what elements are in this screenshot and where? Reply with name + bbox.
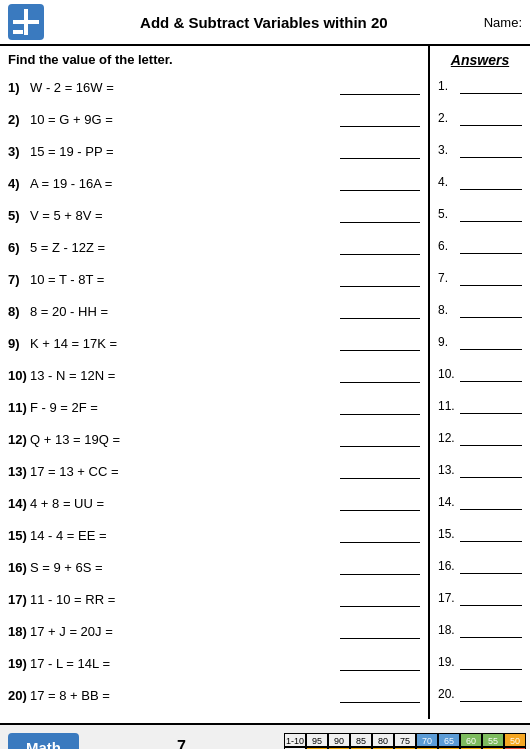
answer-line (460, 142, 522, 158)
problem-text: 4 + 8 = UU = (30, 496, 334, 511)
answer-blank (340, 303, 420, 319)
answer-item-number: 2. (438, 111, 460, 125)
problem-text: 10 = G + 9G = (30, 112, 334, 127)
problem-number: 4) (8, 176, 30, 191)
answer-line (460, 302, 522, 318)
page-number: 7 (79, 738, 284, 749)
score-cell: 65 (438, 733, 460, 747)
problem-text: F - 9 = 2F = (30, 400, 334, 415)
answer-blank (340, 143, 420, 159)
answer-row: 13. (438, 456, 522, 484)
answer-item-number: 13. (438, 463, 460, 477)
problem-text: 10 = T - 8T = (30, 272, 334, 287)
problem-number: 14) (8, 496, 30, 511)
answer-row: 7. (438, 264, 522, 292)
answer-item-number: 19. (438, 655, 460, 669)
answers-title: Answers (438, 52, 522, 68)
answer-row: 9. (438, 328, 522, 356)
problem-number: 3) (8, 144, 30, 159)
svg-rect-1 (24, 9, 28, 35)
problem-text: S = 9 + 6S = (30, 560, 334, 575)
answer-row: 14. (438, 488, 522, 516)
problem-number: 16) (8, 560, 30, 575)
answer-row: 10. (438, 360, 522, 388)
problem-number: 7) (8, 272, 30, 287)
header: Add & Subtract Variables within 20 Name: (0, 0, 530, 46)
problem-row: 19)17 - L = 14L = (8, 649, 420, 677)
problem-number: 20) (8, 688, 30, 703)
problem-row: 12)Q + 13 = 19Q = (8, 425, 420, 453)
problem-row: 20)17 = 8 + BB = (8, 681, 420, 709)
score-cell: 50 (504, 733, 526, 747)
problem-number: 2) (8, 112, 30, 127)
answer-row: 8. (438, 296, 522, 324)
answer-row: 15. (438, 520, 522, 548)
answer-line (460, 206, 522, 222)
problem-text: A = 19 - 16A = (30, 176, 334, 191)
answer-row: 18. (438, 616, 522, 644)
problem-row: 2)10 = G + 9G = (8, 105, 420, 133)
answer-item-number: 1. (438, 79, 460, 93)
problem-text: K + 14 = 17K = (30, 336, 334, 351)
problem-row: 3)15 = 19 - PP = (8, 137, 420, 165)
problem-row: 1)W - 2 = 16W = (8, 73, 420, 101)
answer-line (460, 334, 522, 350)
answer-blank (340, 111, 420, 127)
answer-line (460, 366, 522, 382)
answer-blank (340, 463, 420, 479)
problem-row: 6)5 = Z - 12Z = (8, 233, 420, 261)
answer-line (460, 526, 522, 542)
answers-container: 1.2.3.4.5.6.7.8.9.10.11.12.13.14.15.16.1… (438, 72, 522, 708)
answer-row: 5. (438, 200, 522, 228)
answer-item-number: 3. (438, 143, 460, 157)
answer-line (460, 590, 522, 606)
score-cell: 85 (350, 733, 372, 747)
problem-text: 17 = 13 + CC = (30, 464, 334, 479)
problem-row: 9)K + 14 = 17K = (8, 329, 420, 357)
problem-text: V = 5 + 8V = (30, 208, 334, 223)
answer-row: 20. (438, 680, 522, 708)
main-content: Find the value of the letter. 1)W - 2 = … (0, 46, 530, 749)
answer-item-number: 12. (438, 431, 460, 445)
answer-row: 1. (438, 72, 522, 100)
answer-blank (340, 239, 420, 255)
answer-line (460, 622, 522, 638)
answer-item-number: 11. (438, 399, 460, 413)
problem-row: 8)8 = 20 - HH = (8, 297, 420, 325)
problem-number: 13) (8, 464, 30, 479)
problem-text: 17 + J = 20J = (30, 624, 334, 639)
problem-row: 14)4 + 8 = UU = (8, 489, 420, 517)
answer-line (460, 78, 522, 94)
problem-number: 19) (8, 656, 30, 671)
answer-line (460, 462, 522, 478)
score-cell: 70 (416, 733, 438, 747)
problem-text: Q + 13 = 19Q = (30, 432, 334, 447)
answer-item-number: 15. (438, 527, 460, 541)
problem-text: 17 - L = 14L = (30, 656, 334, 671)
score-cell: 95 (306, 733, 328, 747)
page: Add & Subtract Variables within 20 Name:… (0, 0, 530, 749)
answer-item-number: 7. (438, 271, 460, 285)
answer-blank (340, 367, 420, 383)
answer-item-number: 8. (438, 303, 460, 317)
answer-blank (340, 687, 420, 703)
problem-number: 8) (8, 304, 30, 319)
score-cell: 55 (482, 733, 504, 747)
answer-item-number: 20. (438, 687, 460, 701)
answer-item-number: 16. (438, 559, 460, 573)
problem-row: 5)V = 5 + 8V = (8, 201, 420, 229)
scoring-label: 1-10 (284, 733, 306, 747)
answer-blank (340, 175, 420, 191)
scoring-table: 1-109590858075706560555011-2045403530252… (284, 733, 526, 749)
answer-line (460, 686, 522, 702)
score-cell: 90 (328, 733, 350, 747)
score-cell: 80 (372, 733, 394, 747)
footer: Math 7 1-109590858075706560555011-204540… (0, 723, 530, 749)
answer-item-number: 14. (438, 495, 460, 509)
answer-line (460, 238, 522, 254)
answer-row: 6. (438, 232, 522, 260)
scoring-row: 1-1095908580757065605550 (284, 733, 526, 747)
problem-text: W - 2 = 16W = (30, 80, 334, 95)
problem-number: 15) (8, 528, 30, 543)
answer-item-number: 5. (438, 207, 460, 221)
